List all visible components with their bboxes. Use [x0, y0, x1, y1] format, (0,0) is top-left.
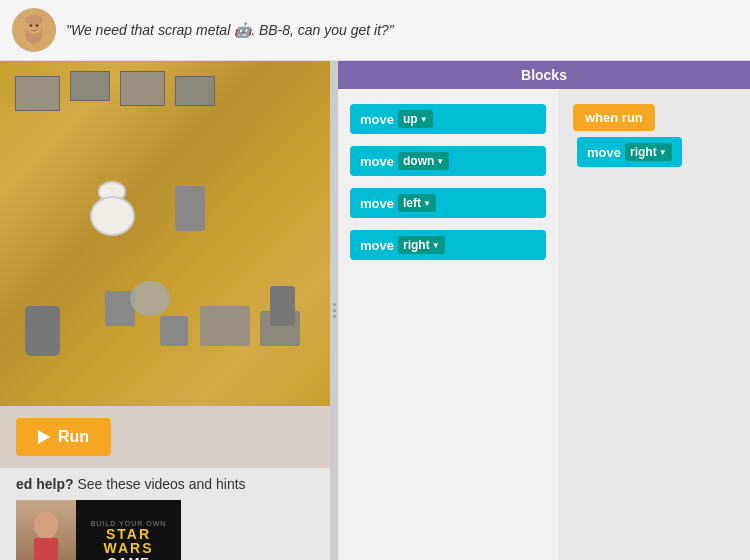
run-icon [38, 430, 50, 444]
starwars-logo-bg: BUILD YOUR OWN STAR WARS GAME [76, 500, 181, 560]
workspace-dropdown-arrow: ▼ [659, 148, 667, 157]
move-up-text: move [360, 112, 394, 127]
robot-character [175, 186, 205, 231]
crate-1 [15, 76, 60, 111]
barrel-3 [160, 316, 188, 346]
help-title: ed help? See these videos and hints [16, 476, 314, 492]
run-label: Run [58, 428, 89, 446]
move-right-palette-text: move [360, 238, 394, 253]
workspace: when run move right ▼ [558, 89, 750, 560]
game-canvas [0, 61, 330, 406]
dropdown-arrow-up: ▼ [420, 115, 428, 124]
move-down-text: move [360, 154, 394, 169]
workspace-blocks: when run move right ▼ [573, 104, 735, 167]
left-panel: Run ed help? See these videos and hints … [0, 61, 330, 560]
starwars-logo: BUILD YOUR OWN STAR WARS GAME [91, 520, 167, 560]
bb8-character [90, 181, 135, 236]
when-run-label: when run [585, 110, 643, 125]
move-down-dropdown[interactable]: down ▼ [398, 152, 449, 170]
svg-point-5 [25, 15, 43, 25]
help-video-thumbnail[interactable]: BUILD YOUR OWN STAR WARS GAME [16, 500, 181, 560]
avatar [12, 8, 56, 52]
metal-pile [130, 281, 170, 316]
svg-point-6 [34, 511, 58, 539]
move-left-dropdown[interactable]: left ▼ [398, 194, 436, 212]
speech-text: "We need that scrap metal 🤖. BB-8, can y… [66, 22, 394, 38]
move-up-block[interactable]: move up ▼ [350, 104, 546, 134]
move-left-text: move [360, 196, 394, 211]
dropdown-arrow-right: ▼ [432, 241, 440, 250]
crate-4 [175, 76, 215, 106]
workspace-move-right-text: move [587, 145, 621, 160]
when-run-block[interactable]: when run [573, 104, 655, 131]
person-image [16, 500, 76, 560]
move-down-block[interactable]: move down ▼ [350, 146, 546, 176]
workspace-move-right-block[interactable]: move right ▼ [577, 137, 682, 167]
workspace-move-right-dropdown[interactable]: right ▼ [625, 143, 672, 161]
help-section: ed help? See these videos and hints BUIL… [0, 468, 330, 560]
crate-5 [200, 306, 250, 346]
move-up-dropdown[interactable]: up ▼ [398, 110, 433, 128]
barrel-1 [25, 306, 60, 356]
svg-rect-7 [34, 538, 58, 560]
blocks-palette: move up ▼ move down ▼ move [338, 89, 558, 560]
bb8-body [90, 196, 135, 236]
move-left-block[interactable]: move left ▼ [350, 188, 546, 218]
crate-2 [70, 71, 110, 101]
divider-dots [333, 303, 336, 318]
move-right-palette-dropdown[interactable]: right ▼ [398, 236, 445, 254]
workspace-move-right-value: right [630, 145, 657, 159]
character-bar: "We need that scrap metal 🤖. BB-8, can y… [0, 0, 750, 61]
panel-divider [330, 61, 338, 560]
move-right-palette-block[interactable]: move right ▼ [350, 230, 546, 260]
dropdown-arrow-left: ▼ [423, 199, 431, 208]
dropdown-arrow-down: ▼ [436, 157, 444, 166]
run-button[interactable]: Run [16, 418, 111, 456]
crate-3 [120, 71, 165, 106]
right-panel: Blocks move up ▼ move down ▼ [338, 61, 750, 560]
blocks-area: move up ▼ move down ▼ move [338, 89, 750, 560]
barrel-4 [270, 286, 295, 326]
blocks-header: Blocks [338, 61, 750, 89]
main-layout: Run ed help? See these videos and hints … [0, 61, 750, 560]
